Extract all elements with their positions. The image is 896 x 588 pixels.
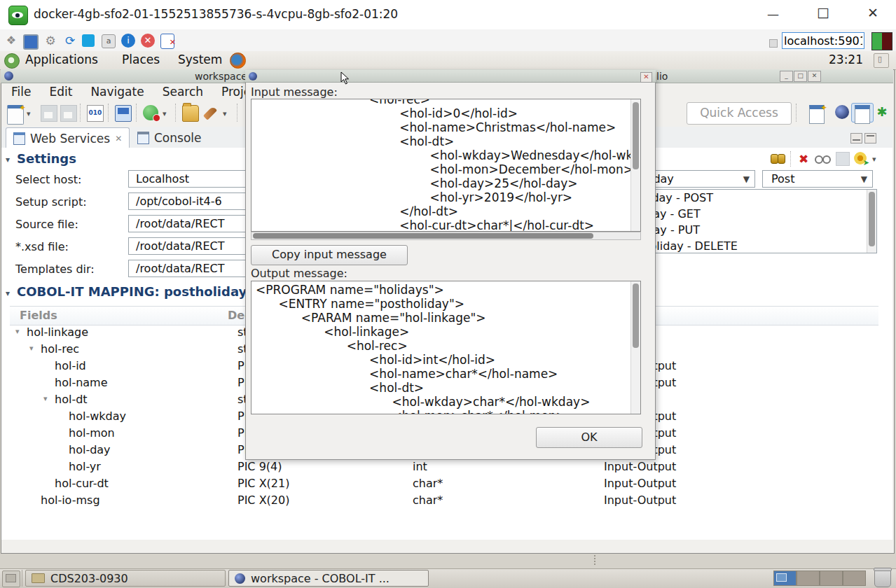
- settings-twistie-icon[interactable]: ▾: [6, 155, 10, 164]
- save-all-icon[interactable]: [60, 105, 77, 122]
- menu-edit[interactable]: Edit: [49, 85, 72, 99]
- webservices-perspective-icon[interactable]: [855, 105, 870, 124]
- send-key-icon[interactable]: a: [102, 34, 116, 48]
- input-message-label: Input message:: [251, 85, 338, 99]
- tab-label: Console: [154, 131, 202, 145]
- menu-applications[interactable]: Applications: [25, 52, 98, 66]
- ok-button[interactable]: OK: [536, 427, 642, 448]
- sash-handle[interactable]: [594, 555, 598, 565]
- binary-file-icon[interactable]: 010: [87, 105, 104, 122]
- copy-input-message-button[interactable]: Copy input message: [251, 245, 408, 265]
- view-maximize-icon[interactable]: [864, 133, 876, 144]
- minimize-icon[interactable]: —: [767, 8, 779, 20]
- web-services-tab-icon: [13, 132, 25, 145]
- distribution-menu-icon[interactable]: [4, 53, 20, 69]
- tab-web-services[interactable]: Web Services ✕: [6, 127, 130, 148]
- host-checkbox[interactable]: [769, 39, 778, 48]
- menu-system[interactable]: System: [178, 52, 222, 66]
- debug-perspective-icon[interactable]: ✱: [875, 105, 889, 119]
- twistie-icon[interactable]: ▾: [15, 327, 20, 336]
- taskbar-item-cds203[interactable]: CDS203-0930: [25, 570, 226, 587]
- view-menu-dropdown-icon[interactable]: ▾: [872, 155, 876, 164]
- connection-options-icon[interactable]: ❖: [4, 33, 19, 48]
- tab-console[interactable]: Console: [130, 127, 209, 148]
- panel-applet-button[interactable]: [874, 53, 889, 68]
- input-horizontal-scrollbar[interactable]: [251, 232, 641, 240]
- menu-places[interactable]: Places: [122, 52, 160, 66]
- save-mapping-icon[interactable]: [836, 152, 850, 166]
- find-binoculars-icon[interactable]: [771, 152, 786, 166]
- output-vertical-scrollbar[interactable]: [630, 281, 640, 414]
- cobol-perspective-icon[interactable]: [835, 105, 849, 119]
- menu-navigate[interactable]: Navigate: [90, 85, 144, 99]
- settings-gear-icon[interactable]: ⚙: [43, 33, 58, 48]
- open-folder-icon[interactable]: [182, 105, 199, 122]
- ctrl-alt-del-icon[interactable]: [82, 34, 95, 47]
- column-header-fields[interactable]: Fields: [20, 309, 57, 322]
- eclipse-minimize-icon[interactable]: _: [780, 71, 793, 82]
- twistie-icon[interactable]: ▾: [29, 344, 34, 353]
- list-scrollbar[interactable]: [867, 190, 876, 253]
- maximize-icon[interactable]: □: [817, 6, 829, 18]
- dialog-titlebar[interactable]: [245, 70, 656, 83]
- table-row[interactable]: hol-yr PIC 9(4) int Input-Output: [10, 459, 878, 476]
- trash-icon[interactable]: [874, 569, 891, 587]
- output-message-textarea[interactable]: <PROGRAM name="holidays"> <ENTRY name="p…: [251, 281, 641, 414]
- run-dropdown-icon[interactable]: ▾: [163, 109, 167, 118]
- disconnect-icon[interactable]: ✕: [141, 34, 155, 48]
- menu-search[interactable]: Search: [163, 85, 203, 99]
- dialog-icon: [249, 72, 257, 80]
- refresh-icon[interactable]: ⟳: [62, 33, 78, 48]
- eclipse-title-right: lio: [656, 71, 668, 82]
- deploy-service-icon[interactable]: [854, 152, 867, 164]
- vnc-host-input[interactable]: [782, 32, 864, 49]
- open-perspective-icon[interactable]: [809, 105, 825, 124]
- table-row[interactable]: hol-cur-dt PIC X(21) char* Input-Output: [10, 476, 878, 493]
- tab-close-icon[interactable]: ✕: [115, 134, 122, 144]
- preview-glasses-icon[interactable]: [815, 152, 830, 166]
- chevron-down-icon: ▼: [743, 172, 750, 188]
- field-label: Source file:: [15, 218, 78, 231]
- eclipse-maximize-icon[interactable]: □: [794, 71, 807, 82]
- fullscreen-icon[interactable]: [23, 34, 39, 50]
- input-vertical-scrollbar[interactable]: [630, 99, 640, 231]
- output-message-label: Output message:: [251, 267, 347, 280]
- close-icon[interactable]: ✕: [867, 7, 878, 19]
- console-tab-icon: [137, 132, 149, 144]
- http-method-combo[interactable]: Post ▼: [762, 170, 873, 188]
- taskbar-item-workspace[interactable]: workspace - COBOL-IT ...: [228, 570, 429, 587]
- menu-file[interactable]: File: [11, 85, 31, 99]
- workspace-switcher-3[interactable]: [820, 570, 843, 586]
- mouse-cursor: [340, 71, 350, 85]
- remove-icon[interactable]: ✖: [799, 152, 814, 166]
- twistie-icon[interactable]: ▾: [43, 394, 48, 403]
- tab-label: Web Services: [30, 132, 110, 146]
- info-icon[interactable]: i: [121, 34, 135, 48]
- panel-clock[interactable]: 23:21: [829, 52, 863, 66]
- run-service-icon[interactable]: [143, 105, 158, 120]
- mapping-twistie-icon[interactable]: ▾: [6, 288, 10, 298]
- output-message-text: <PROGRAM name="holidays"> <ENTRY name="p…: [251, 283, 640, 414]
- save-icon[interactable]: [41, 105, 57, 122]
- eclipse-title-left: workspace: [195, 71, 247, 82]
- eclipse-close-icon[interactable]: ✕: [808, 71, 821, 82]
- dialog-close-icon[interactable]: ✕: [640, 72, 652, 83]
- new-wizard-icon[interactable]: [7, 105, 24, 125]
- table-row[interactable]: hol-io-msg PIC X(20) char* Input-Output: [10, 493, 878, 510]
- chevron-down-icon: ▼: [861, 172, 867, 188]
- new-dropdown-icon[interactable]: ▾: [27, 109, 31, 118]
- vnc-app-icon: [8, 6, 28, 25]
- view-minimize-icon[interactable]: [850, 133, 862, 144]
- workspace-switcher-2[interactable]: [797, 570, 820, 586]
- console-view-icon[interactable]: [115, 105, 132, 122]
- deploy-dropdown-icon[interactable]: ▾: [223, 109, 227, 118]
- workspace-switcher-1[interactable]: [773, 570, 797, 586]
- close-session-icon[interactable]: ✕: [160, 34, 174, 49]
- workspace-switcher-4[interactable]: [843, 570, 866, 586]
- firefox-icon[interactable]: [230, 52, 246, 69]
- show-desktop-icon[interactable]: [2, 570, 20, 587]
- field-label: *.xsd file:: [15, 240, 69, 253]
- folder-icon: [32, 573, 45, 583]
- input-message-textarea[interactable]: <hol-rec> <hol-id>0</hol-id> <hol-name>C…: [251, 99, 641, 232]
- quick-access-button[interactable]: Quick Access: [687, 102, 792, 125]
